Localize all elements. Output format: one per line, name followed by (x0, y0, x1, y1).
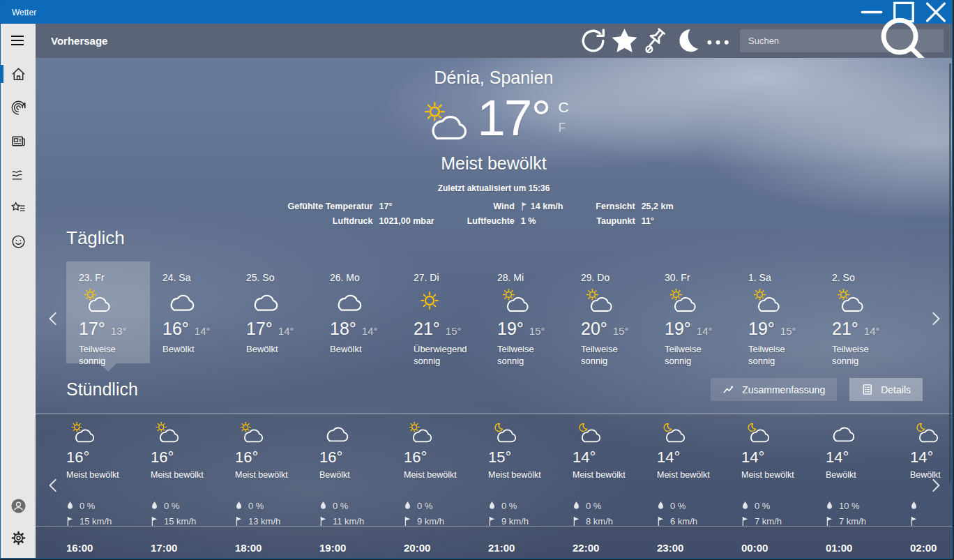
wind-value: 8 km/h (586, 516, 613, 527)
weather-icon (330, 289, 362, 312)
condition-text: Teilweise sonnig (79, 344, 144, 367)
sidebar-item-history[interactable] (1, 158, 36, 191)
button-label: Zusammenfassung (742, 384, 825, 395)
daily-forecast-card[interactable]: 23. Fr 17° 13° Teilweise sonnig (66, 262, 150, 363)
daily-forecast-card[interactable]: 26. Mo 18° 14° Bewölkt (317, 262, 401, 363)
wind-icon (826, 516, 833, 527)
menu-button[interactable] (1, 24, 36, 57)
wind-icon (404, 516, 411, 527)
daily-forecast-card[interactable]: 2. So 21° 14° Teilweise sonnig (819, 262, 903, 363)
daily-forecast-card[interactable]: 30. Fr 19° 14° Teilweise sonnig (652, 262, 736, 363)
feedback-icon (10, 234, 26, 250)
search-box[interactable] (740, 29, 944, 52)
sidebar-item-places[interactable] (1, 191, 36, 225)
page-title: Vorhersage (51, 35, 107, 47)
main-content: Dénia, Spanien 17° C F Meist bewölkt Zul… (36, 58, 952, 558)
detail-value: 25,2 km (642, 202, 674, 211)
search-input[interactable] (747, 35, 872, 47)
zusammenfassung-button[interactable]: Zusammenfassung (711, 378, 837, 401)
precipitation-icon (151, 501, 158, 511)
detail-value: 14 km/h (521, 202, 563, 211)
hourly-forecast-card[interactable]: 14° Bewölkt 10 % 7 km/h 01:00 (826, 414, 910, 558)
low-temp: 14° (195, 325, 211, 337)
hour-temp: 14° (573, 448, 657, 467)
hourly-forecast-card[interactable]: 15° Meist bewölkt 0 % 9 km/h 21:00 (488, 414, 573, 558)
low-temp: 14° (864, 325, 880, 337)
hourly-header: Stündlich ZusammenfassungDetails (66, 378, 923, 401)
high-temp: 17° (79, 319, 105, 339)
wind-icon (151, 516, 158, 527)
favorite-button[interactable] (609, 24, 640, 58)
hourly-forecast-card[interactable]: 16° Meist bewölkt 0 % 13 km/h 18:00 (235, 414, 319, 558)
sidebar-item-account[interactable] (1, 490, 36, 522)
precipitation-value: 0 % (248, 501, 264, 511)
toolbar-actions (577, 24, 734, 58)
daily-scroll-left-button[interactable] (45, 310, 63, 328)
hourly-panel: 16° Meist bewölkt 0 % 15 km/h 16:00 16° … (36, 414, 952, 558)
hourly-scroll-left-button[interactable] (45, 476, 63, 494)
sidebar-item-maps[interactable] (1, 91, 36, 124)
window-title: Wetter (12, 8, 36, 17)
daily-forecast-card[interactable]: 25. So 17° 14° Bewölkt (234, 262, 317, 363)
condition-text: Meist bewölkt (151, 470, 235, 481)
hour-temp: 16° (151, 448, 235, 467)
hour-label: 22:00 (573, 542, 657, 554)
daily-forecast-card[interactable]: 24. Sa 16° 14° Bewölkt (150, 262, 234, 363)
detail-label: Wind (467, 202, 515, 211)
maps-icon (10, 100, 26, 116)
scrollbar-thumb[interactable] (949, 63, 951, 482)
hourly-forecast-strip: 16° Meist bewölkt 0 % 15 km/h 16:00 16° … (36, 414, 952, 558)
weather-icon (488, 422, 517, 443)
hourly-forecast-card[interactable]: 14° Meist bewölkt 0 % 8 km/h 22:00 (573, 414, 657, 558)
toolbar: Vorhersage (36, 24, 952, 58)
hour-label: 17:00 (151, 542, 235, 554)
day-label: 30. Fr (665, 272, 730, 283)
places-icon (10, 200, 26, 216)
sidebar-bottom (1, 490, 36, 554)
refresh-button[interactable] (577, 24, 609, 58)
precipitation-value: 0 % (164, 501, 179, 511)
precipitation-value: 0 % (501, 501, 517, 511)
details-button[interactable]: Details (849, 378, 923, 401)
high-temp: 21° (414, 319, 440, 339)
high-temp: 21° (832, 319, 858, 339)
condition-text: Meist bewölkt (741, 470, 826, 481)
wind-value: 7 km/h (839, 516, 866, 527)
hourly-forecast-card[interactable]: 16° Bewölkt 0 % 11 km/h 19:00 (319, 414, 404, 558)
sidebar-item-home[interactable] (1, 57, 36, 91)
hourly-forecast-card[interactable]: 14° Meist bewölkt 0 % 7 km/h 00:00 (741, 414, 826, 558)
hour-temp: 14° (910, 448, 952, 467)
daily-forecast-card[interactable]: 1. Sa 19° 15° Teilweise sonnig (736, 262, 819, 363)
unit-celsius-button[interactable]: C (559, 99, 569, 116)
hourly-scroll-right-button[interactable] (926, 476, 944, 494)
daily-forecast-card[interactable]: 28. Mi 19° 15° Teilweise sonnig (485, 262, 568, 363)
hourly-forecast-card[interactable]: 16° Meist bewölkt 0 % 15 km/h 16:00 (66, 414, 151, 558)
unit-fahrenheit-button[interactable]: F (559, 121, 566, 135)
daily-forecast-card[interactable]: 27. Di 21° 15° Überwiegend sonnig (401, 262, 485, 363)
weather-icon (826, 422, 855, 443)
daily-scroll-right-button[interactable] (926, 310, 944, 328)
daily-forecast-card[interactable]: 29. Do 20° 15° Teilweise sonnig (568, 262, 652, 363)
sidebar-item-news[interactable] (1, 124, 36, 158)
low-temp: 13° (111, 325, 127, 337)
more-button[interactable] (703, 24, 734, 58)
hour-label: 01:00 (826, 542, 910, 554)
unpin-button[interactable] (640, 24, 672, 58)
hourly-forecast-card[interactable]: 16° Meist bewölkt 0 % 15 km/h 17:00 (151, 414, 235, 558)
high-temp: 18° (330, 319, 356, 339)
hourly-forecast-card[interactable]: 14° Meist bewölkt 0 % 6 km/h 23:00 (657, 414, 741, 558)
weather-icon (497, 289, 529, 312)
day-label: 28. Mi (497, 272, 563, 283)
weather-icon (665, 289, 697, 312)
sidebar-item-feedback[interactable] (1, 225, 36, 258)
sidebar-item-settings[interactable] (1, 522, 36, 554)
high-temp: 19° (497, 319, 524, 339)
hourly-forecast-card[interactable]: 16° Meist bewölkt 0 % 9 km/h 20:00 (404, 414, 488, 558)
daily-section-title: Täglich (66, 227, 125, 249)
night-mode-button[interactable] (672, 24, 703, 58)
weather-icon (573, 422, 602, 443)
wind-icon (741, 516, 749, 527)
weather-icon (748, 289, 780, 312)
daily-forecast-strip: 23. Fr 17° 13° Teilweise sonnig 24. Sa 1… (66, 262, 952, 363)
titlebar: Wetter (1, 1, 952, 24)
